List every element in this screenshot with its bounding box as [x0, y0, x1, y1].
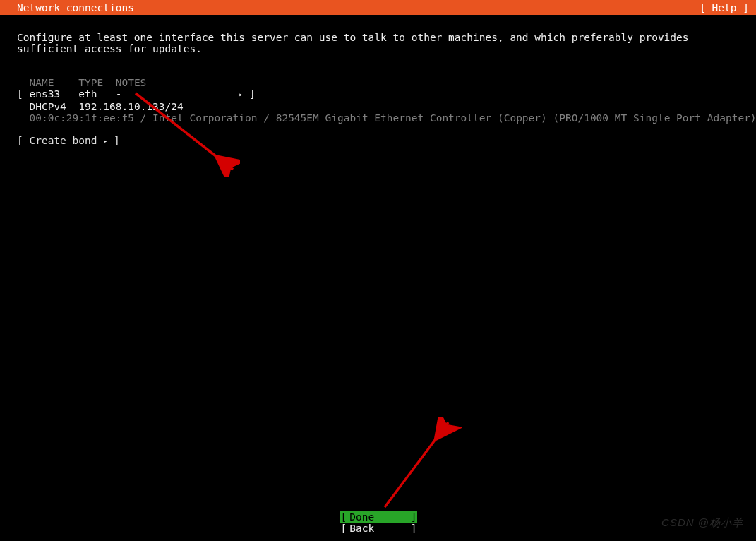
interface-row[interactable]: [ ens33 eth - ▸ ]	[17, 88, 256, 100]
dhcp-row: DHCPv4 192.168.10.133/24	[17, 101, 184, 112]
window-title: Network connections	[17, 2, 134, 13]
iface-hardware: Intel Corporation / 82545EM Gigabit Ethe…	[152, 112, 756, 124]
help-button[interactable]: [ Help ]	[700, 2, 749, 13]
mac-row: 00:0c:29:1f:ee:f5 / Intel Corporation / …	[17, 112, 756, 124]
instruction-text: Configure at least one interface this se…	[0, 30, 756, 56]
chevron-right-icon: ▸	[103, 137, 107, 145]
iface-name: ens33	[29, 88, 60, 100]
dhcp-label: DHCPv4	[29, 101, 66, 112]
svg-line-1	[385, 422, 448, 507]
create-bond-row[interactable]: [ Create bond ▸ ]	[0, 135, 756, 148]
titlebar: Network connections [ Help ]	[0, 0, 756, 15]
back-button[interactable]: [Back]	[340, 523, 417, 534]
iface-address: 192.168.10.133/24	[78, 101, 183, 112]
footer-buttons: [Done] [Back]	[0, 511, 756, 534]
done-button[interactable]: [Done]	[340, 511, 417, 523]
annotation-arrow-bottom	[378, 417, 462, 516]
create-bond-label: Create bond	[29, 135, 97, 146]
table-header: NAME TYPE NOTES	[17, 77, 146, 88]
iface-notes: -	[116, 88, 122, 100]
iface-mac: 00:0c:29:1f:ee:f5	[29, 112, 133, 124]
chevron-right-icon: ▸	[239, 90, 243, 98]
iface-type: eth	[78, 88, 97, 100]
interface-table: NAME TYPE NOTES [ ens33 eth - ▸ ] DHCPv4…	[0, 66, 756, 124]
